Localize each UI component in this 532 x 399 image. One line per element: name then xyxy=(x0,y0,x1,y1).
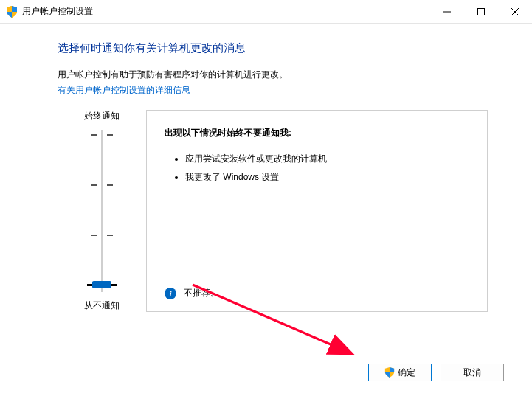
slider-top-label: 始终通知 xyxy=(84,110,120,122)
uac-shield-icon xyxy=(384,367,395,378)
svg-rect-0 xyxy=(478,8,485,15)
recommendation-text: 不推荐。 xyxy=(184,287,219,299)
minimize-button[interactable] xyxy=(430,0,464,23)
slider-bottom-label: 从不通知 xyxy=(84,299,120,312)
maximize-button[interactable] xyxy=(464,0,498,23)
slider-thumb[interactable] xyxy=(92,281,111,288)
settings-body: 始终通知 从不通知 出现以下情况时始终不要通知我: 应用尝试安装软件或更改我的计… xyxy=(58,110,488,312)
titlebar: 用户帐户控制设置 xyxy=(0,0,532,24)
window-controls xyxy=(430,0,532,23)
learn-more-link[interactable]: 有关用户帐户控制设置的详细信息 xyxy=(58,84,190,97)
info-icon: i xyxy=(165,288,176,299)
list-item: 我更改了 Windows 设置 xyxy=(185,168,469,187)
window-title: 用户帐户控制设置 xyxy=(22,5,93,18)
cancel-button-label: 取消 xyxy=(463,367,481,379)
recommendation-row: i 不推荐。 xyxy=(165,287,469,299)
slider-column: 始终通知 从不通知 xyxy=(58,110,146,312)
page-description: 用户帐户控制有助于预防有害程序对你的计算机进行更改。 xyxy=(58,69,488,81)
close-button[interactable] xyxy=(498,0,532,23)
ok-button-label: 确定 xyxy=(398,367,415,379)
info-bullet-list: 应用尝试安装软件或更改我的计算机 我更改了 Windows 设置 xyxy=(165,150,469,187)
info-panel: 出现以下情况时始终不要通知我: 应用尝试安装软件或更改我的计算机 我更改了 Wi… xyxy=(146,110,488,312)
info-heading: 出现以下情况时始终不要通知我: xyxy=(165,127,469,139)
dialog-buttons: 确定 取消 xyxy=(368,364,504,381)
cancel-button[interactable]: 取消 xyxy=(441,364,504,381)
ok-button[interactable]: 确定 xyxy=(368,364,432,381)
content-area: 选择何时通知你有关计算机更改的消息 用户帐户控制有助于预防有害程序对你的计算机进… xyxy=(0,24,532,312)
list-item: 应用尝试安装软件或更改我的计算机 xyxy=(185,150,469,168)
page-heading: 选择何时通知你有关计算机更改的消息 xyxy=(58,41,488,55)
notification-slider[interactable] xyxy=(91,130,113,292)
uac-shield-icon xyxy=(6,6,18,18)
